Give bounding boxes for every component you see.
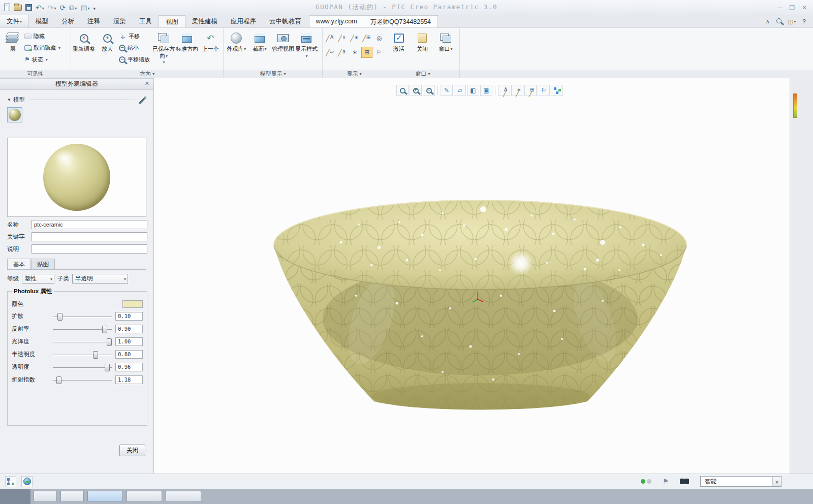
refraction-index-slider[interactable] <box>53 376 112 384</box>
restore-button[interactable]: ❐ <box>789 4 795 11</box>
zoom-in-icon[interactable]: + <box>410 85 422 96</box>
help-icon[interactable]: ? <box>802 18 806 24</box>
zoom-out-button[interactable]: − 缩小 <box>119 43 152 52</box>
tab-file[interactable]: 文件 <box>0 15 29 27</box>
tab-model[interactable]: 模型 <box>29 15 55 27</box>
regenerate-icon[interactable]: ⟳ <box>60 4 66 11</box>
search-icon[interactable] <box>776 18 781 25</box>
name-input[interactable] <box>32 220 147 229</box>
tab-basic[interactable]: 基本 <box>7 259 31 269</box>
pan-button[interactable]: 平移 <box>119 32 152 41</box>
display-style-button[interactable]: 显示样式 <box>295 29 318 60</box>
graphics-area[interactable]: + − ✎ ▱ ◧ ▣ A ∗ ⊞ ⚐ <box>154 78 790 474</box>
refit-button[interactable]: × 重新调整 <box>72 29 96 53</box>
tab-flexible-modeling[interactable]: 柔性建模 <box>185 15 224 27</box>
appearance-thumbnail[interactable] <box>7 107 22 122</box>
description-input[interactable] <box>32 244 147 254</box>
layers-button[interactable]: 层 <box>1 29 24 53</box>
csys-display-icon[interactable]: ⊞ <box>524 85 537 96</box>
notification-flag-icon[interactable]: ⚑ <box>663 478 669 485</box>
tab-yunzhongfan[interactable]: 云中帆教育 <box>263 15 308 27</box>
tab-teacher-qq[interactable]: 万老师QQ734482554 <box>364 16 438 27</box>
color-swatch[interactable] <box>122 300 143 308</box>
group-label-show[interactable]: 显示 <box>323 70 386 78</box>
point-display-toggle[interactable]: x <box>337 33 348 44</box>
refraction-index-value-input[interactable]: 1.18 <box>115 375 143 384</box>
zoom-out-icon[interactable]: − <box>423 85 435 96</box>
find-binoculars-icon[interactable] <box>680 479 689 484</box>
slider-thumb[interactable] <box>57 313 62 321</box>
slider-thumb[interactable] <box>105 364 110 371</box>
dialog-close-icon[interactable]: ✕ <box>145 80 149 87</box>
activate-button[interactable]: 激活 <box>387 29 411 53</box>
pan-zoom-button[interactable]: ↔ 平移缩放 <box>119 55 152 64</box>
tab-render[interactable]: 渲染 <box>107 15 133 27</box>
save-icon[interactable] <box>25 4 32 11</box>
zoom-region-icon[interactable] <box>396 85 409 96</box>
taskbar-button[interactable] <box>34 491 57 502</box>
open-file-icon[interactable] <box>14 5 22 11</box>
diffuse-slider[interactable] <box>53 312 112 321</box>
translucency-slider[interactable] <box>53 351 112 359</box>
annotation-display-toggle[interactable]: ⚐ <box>373 47 385 58</box>
manage-views-button[interactable]: 管理视图 <box>271 29 295 53</box>
customize-qat-icon[interactable] <box>93 4 96 11</box>
minimize-button[interactable]: ─ <box>778 4 783 11</box>
slider-thumb[interactable] <box>93 351 98 359</box>
repaint-icon[interactable]: ✎ <box>441 85 453 96</box>
status-button[interactable]: ⚑ 状态 <box>24 55 60 64</box>
view-manager-nodes-icon[interactable] <box>551 85 563 96</box>
group-label-model-display[interactable]: 模型显示 <box>224 70 323 78</box>
subclass-select[interactable]: 半透明 <box>72 274 128 284</box>
hide-button[interactable]: 隐藏 <box>24 32 60 41</box>
diffuse-value-input[interactable]: 0.10 <box>115 312 143 321</box>
taskbar-button[interactable] <box>166 491 201 502</box>
reflectivity-slider[interactable] <box>53 325 112 333</box>
sections-button[interactable]: 截面 <box>248 29 271 53</box>
transparency-slider[interactable] <box>53 363 112 371</box>
csys-display-toggle[interactable]: ∗ <box>349 33 360 44</box>
spin-center-toggle[interactable]: ◎ <box>373 33 385 44</box>
tab-applications[interactable]: 应用程序 <box>224 15 263 27</box>
reflectivity-value-input[interactable]: 0.90 <box>115 325 143 333</box>
point-tag-display-toggle[interactable]: ∗ <box>349 47 360 58</box>
zoom-in-button[interactable]: + 放大 <box>96 29 119 53</box>
windows-button[interactable]: 窗口 <box>434 29 457 53</box>
undo-icon[interactable]: ↶ <box>36 4 44 11</box>
display-style-icon[interactable]: ◧ <box>467 85 479 96</box>
command-locator-icon[interactable]: ◫ <box>788 18 796 25</box>
slider-thumb[interactable] <box>56 376 61 384</box>
tab-analysis[interactable]: 分析 <box>55 15 81 27</box>
tab-website[interactable]: www.yzfjy.com <box>309 16 364 27</box>
unhide-button[interactable]: 取消隐藏 <box>24 43 60 52</box>
group-label-orientation[interactable]: 方向 <box>71 70 224 78</box>
class-select[interactable]: 塑性 <box>22 274 54 284</box>
group-label-window[interactable]: 窗口 <box>386 70 460 78</box>
tab-texture-map[interactable]: 贴图 <box>31 259 55 269</box>
slider-thumb[interactable] <box>102 326 107 333</box>
axis-display-toggle[interactable]: A <box>325 33 336 44</box>
standard-orientation-button[interactable]: 标准方向 <box>175 29 199 53</box>
transparency-value-input[interactable]: 0.96 <box>115 363 143 371</box>
dialog-close-button[interactable]: 关闭 <box>119 445 145 456</box>
paste-icon[interactable]: ▤ <box>80 4 89 11</box>
shininess-value-input[interactable]: 1.00 <box>115 337 143 346</box>
plane-tag-display-toggle[interactable]: ▱ <box>325 47 336 58</box>
point-display-icon[interactable]: ∗ <box>511 85 523 96</box>
translucency-value-input[interactable]: 0.80 <box>115 350 143 359</box>
taskbar-button[interactable] <box>60 491 84 502</box>
taskbar-button[interactable] <box>87 491 123 502</box>
close-window-button[interactable]: 关闭 <box>411 29 434 53</box>
collapse-ribbon-icon[interactable]: ∧ <box>766 18 770 25</box>
keyword-input[interactable] <box>32 232 147 241</box>
window-arrange-icon[interactable]: ⧉ <box>69 4 77 11</box>
new-file-icon[interactable] <box>4 4 10 11</box>
slider-thumb[interactable] <box>107 338 112 346</box>
collapse-triangle-icon[interactable]: ▼ <box>7 98 11 102</box>
model-tree-toggle-button[interactable] <box>5 476 16 487</box>
tab-view[interactable]: 视图 <box>159 15 185 27</box>
capture-image-icon[interactable]: ▣ <box>480 85 492 96</box>
appearance-gallery-button[interactable]: 外观库 <box>225 29 248 53</box>
tab-tools[interactable]: 工具 <box>133 15 159 27</box>
close-button[interactable]: ✕ <box>802 4 807 11</box>
